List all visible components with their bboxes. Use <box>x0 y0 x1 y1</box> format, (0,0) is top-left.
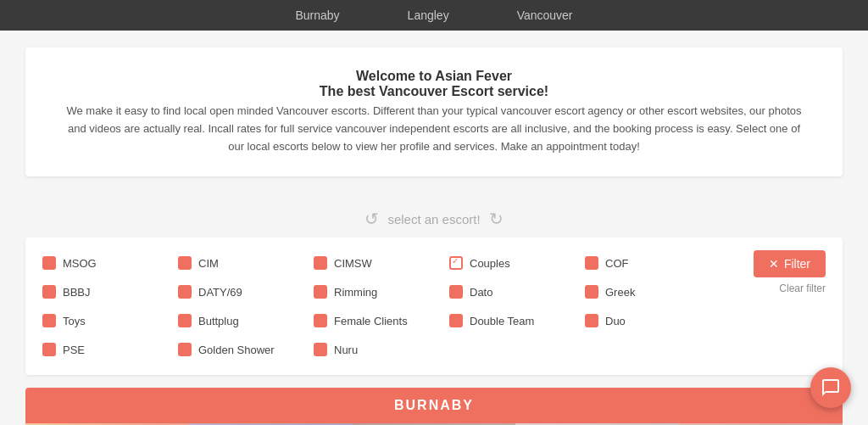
filter-tag[interactable]: Duo <box>585 308 721 333</box>
select-escort-prompt: ↺ select an escort! ↻ <box>0 193 868 238</box>
tag-checkbox-icon <box>314 314 327 327</box>
tag-label: Nuru <box>334 344 358 356</box>
tag-checkbox-icon <box>314 343 327 356</box>
filter-tag[interactable]: MSOG <box>42 250 178 276</box>
tag-label: Female Clients <box>334 315 408 327</box>
right-arrow-icon: ↻ <box>489 209 504 229</box>
tag-checkbox-icon <box>449 256 463 270</box>
chat-bubble-button[interactable] <box>810 367 851 408</box>
city-header: BURNABY <box>25 388 843 423</box>
nav-langley[interactable]: Langley <box>408 8 449 22</box>
filter-tag[interactable]: Buttplug <box>178 308 314 333</box>
filter-tags: MSOGCIMCIMSWCouplesCOFBBBJDATY/69Rimming… <box>42 250 745 362</box>
x-icon: ✕ <box>769 257 779 271</box>
tag-label: DATY/69 <box>198 286 242 299</box>
filter-tag[interactable]: CIM <box>178 250 314 276</box>
filter-tag[interactable]: DATY/69 <box>178 279 314 305</box>
chat-icon <box>821 377 841 398</box>
filter-tag[interactable]: Dato <box>449 279 585 305</box>
filter-tag[interactable]: Nuru <box>314 337 449 362</box>
tag-label: Dato <box>470 286 492 299</box>
top-navigation: Burnaby Langley Vancouver <box>0 0 868 31</box>
filter-tag[interactable]: Toys <box>42 308 178 333</box>
filter-tag[interactable]: BBBJ <box>42 279 178 305</box>
tag-checkbox-icon <box>585 314 598 327</box>
tag-checkbox-icon <box>449 314 463 327</box>
tag-label: Golden Shower <box>198 344 275 356</box>
tag-checkbox-icon <box>585 285 598 299</box>
tag-label: Couples <box>470 257 510 270</box>
filter-tag[interactable]: CIMSW <box>314 250 449 276</box>
tag-checkbox-icon <box>585 256 598 270</box>
tag-label: BBBJ <box>63 286 91 299</box>
tag-label: Greek <box>605 286 635 299</box>
tag-label: CIMSW <box>334 257 372 270</box>
filter-tag[interactable]: Female Clients <box>314 308 449 333</box>
filter-tag[interactable]: Greek <box>585 279 721 305</box>
tag-checkbox-icon <box>178 285 192 299</box>
welcome-body: We make it easy to find local open minde… <box>59 103 809 155</box>
tag-label: MSOG <box>63 257 97 270</box>
filter-tag[interactable]: Couples <box>449 250 585 276</box>
tag-label: Toys <box>63 315 86 327</box>
tag-label: Double Team <box>470 315 534 327</box>
clear-filter-link[interactable]: Clear filter <box>779 282 826 294</box>
tag-label: PSE <box>63 344 85 356</box>
tag-label: Rimming <box>334 286 377 299</box>
nav-vancouver[interactable]: Vancouver <box>517 8 573 22</box>
tag-checkbox-icon <box>178 343 192 356</box>
tag-label: COF <box>605 257 628 270</box>
filter-tag[interactable]: Golden Shower <box>178 337 314 362</box>
left-arrow-icon: ↺ <box>364 209 379 229</box>
tag-checkbox-icon <box>314 285 327 299</box>
filter-section: MSOGCIMCIMSWCouplesCOFBBBJDATY/69Rimming… <box>25 238 843 375</box>
tag-label: Buttplug <box>198 315 239 327</box>
filter-tag[interactable]: PSE <box>42 337 178 362</box>
filter-button[interactable]: ✕ Filter <box>754 250 826 277</box>
tag-checkbox-icon <box>42 314 56 327</box>
filter-tag[interactable]: COF <box>585 250 721 276</box>
filter-button-area: ✕ Filter Clear filter <box>745 250 826 294</box>
welcome-title: Welcome to Asian Fever The best Vancouve… <box>59 69 809 99</box>
filter-tag[interactable]: Double Team <box>449 308 585 333</box>
nav-burnaby[interactable]: Burnaby <box>295 8 339 22</box>
tag-label: CIM <box>198 257 219 270</box>
tag-label: Duo <box>605 315 626 327</box>
welcome-box: Welcome to Asian Fever The best Vancouve… <box>25 48 843 176</box>
tag-checkbox-icon <box>42 256 56 270</box>
tag-checkbox-icon <box>42 285 56 299</box>
tag-checkbox-icon <box>314 256 327 270</box>
tag-checkbox-icon <box>42 343 56 356</box>
city-section-burnaby: BURNABY Available ♥ 🇨🇦 Available ♥ Avail… <box>25 388 843 425</box>
tag-checkbox-icon <box>449 285 463 299</box>
tag-checkbox-icon <box>178 256 192 270</box>
filter-tag[interactable]: Rimming <box>314 279 449 305</box>
tag-checkbox-icon <box>178 314 192 327</box>
